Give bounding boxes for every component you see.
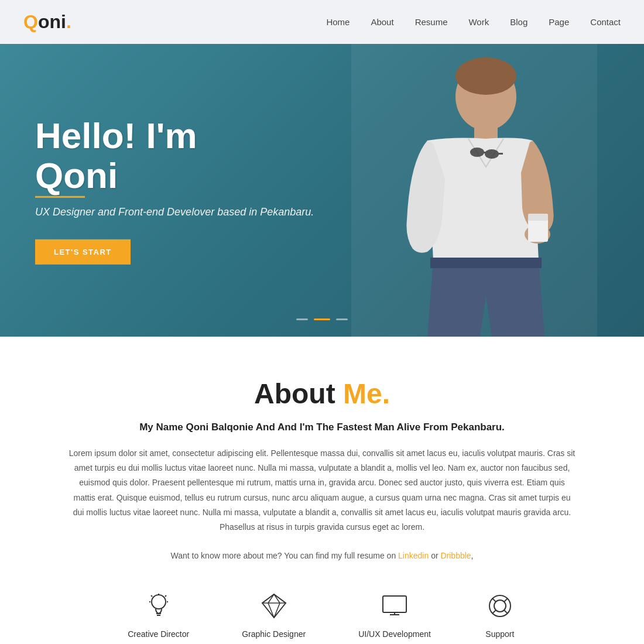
lifebuoy-svg	[485, 591, 515, 621]
graphic-designer-label: Graphic Designer	[242, 629, 306, 639]
lifebuoy-icon	[484, 590, 516, 622]
nav-work[interactable]: Work	[468, 17, 489, 27]
diamond-svg	[259, 591, 289, 621]
nav-page[interactable]: Page	[549, 17, 569, 27]
slider-dots	[296, 318, 348, 320]
linkedin-link[interactable]: Linkedin	[398, 551, 429, 560]
nav-about[interactable]: About	[371, 17, 393, 27]
support-label: Support	[485, 629, 514, 639]
about-body-text: Lorem ipsum dolor sit amet, consectetur …	[67, 446, 577, 535]
dribbble-link[interactable]: Dribbble	[440, 551, 471, 560]
svg-line-33	[492, 610, 496, 614]
about-resume-line: Want to know more about me? You can find…	[35, 551, 609, 560]
svg-line-24	[268, 603, 274, 618]
svg-rect-12	[430, 258, 542, 268]
svg-rect-11	[498, 153, 503, 155]
about-title: About Me.	[35, 378, 609, 410]
svg-line-31	[492, 599, 496, 602]
nav-contact[interactable]: Contact	[590, 17, 621, 27]
resume-or-text: or	[431, 551, 440, 560]
lightbulb-svg	[144, 591, 173, 621]
skills-row: Creative Director Graphic Designer	[35, 590, 609, 639]
svg-point-13	[152, 595, 166, 609]
diamond-icon	[258, 590, 290, 622]
resume-suffix: ,	[471, 551, 474, 560]
monitor-icon	[378, 590, 411, 622]
skill-item-uiux: UI/UX Development	[358, 590, 431, 639]
skill-item-creative-director: Creative Director	[128, 590, 189, 639]
hero-cta-button[interactable]: LET'S START	[35, 239, 131, 265]
resume-prefix-text: Want to know more about me? You can find…	[171, 551, 396, 560]
svg-marker-21	[262, 594, 286, 618]
slider-dot-1[interactable]	[296, 318, 308, 320]
about-title-text: About	[254, 378, 335, 409]
uiux-label: UI/UX Development	[358, 629, 431, 639]
hero-title: Hello! I'm Qoni	[35, 116, 314, 196]
nav-resume[interactable]: Resume	[415, 17, 448, 27]
site-logo[interactable]: Qoni.	[23, 11, 71, 33]
person-svg	[351, 44, 597, 337]
svg-rect-9	[484, 152, 492, 153]
svg-point-2	[455, 57, 516, 95]
about-tagline: My Name Qoni Balqonie And And I'm The Fa…	[35, 422, 609, 433]
hero-title-line1: Hello! I'm	[35, 115, 197, 156]
svg-rect-6	[528, 214, 548, 221]
main-nav: Home About Resume Work Blog Page Contact	[326, 17, 621, 27]
svg-rect-26	[383, 596, 406, 612]
svg-line-34	[504, 610, 508, 614]
hero-section: Hello! I'm Qoni UX Designer and Front-en…	[0, 44, 644, 337]
site-header: Qoni. Home About Resume Work Blog Page C…	[0, 0, 644, 44]
about-title-accent: Me.	[343, 378, 390, 409]
hero-subtitle: UX Designer and Front-end Develover base…	[35, 206, 314, 218]
svg-line-32	[504, 599, 508, 602]
hero-person-image	[351, 44, 597, 337]
lightbulb-icon	[142, 590, 175, 622]
svg-line-25	[274, 603, 280, 618]
hero-title-name: Qoni	[35, 156, 118, 196]
svg-line-19	[165, 595, 166, 597]
skill-item-graphic-designer: Graphic Designer	[242, 590, 306, 639]
creative-director-label: Creative Director	[128, 629, 189, 639]
hero-content: Hello! I'm Qoni UX Designer and Front-en…	[35, 116, 314, 265]
svg-rect-10	[470, 151, 475, 153]
slider-dot-3[interactable]	[336, 318, 348, 320]
nav-blog[interactable]: Blog	[510, 17, 527, 27]
skill-item-support: Support	[484, 590, 516, 639]
svg-point-30	[494, 600, 506, 612]
nav-home[interactable]: Home	[326, 17, 350, 27]
svg-point-8	[485, 149, 499, 159]
monitor-svg	[380, 591, 409, 621]
svg-line-17	[151, 595, 152, 597]
slider-dot-2[interactable]	[314, 318, 330, 320]
about-section: About Me. My Name Qoni Balqonie And And …	[0, 337, 644, 644]
